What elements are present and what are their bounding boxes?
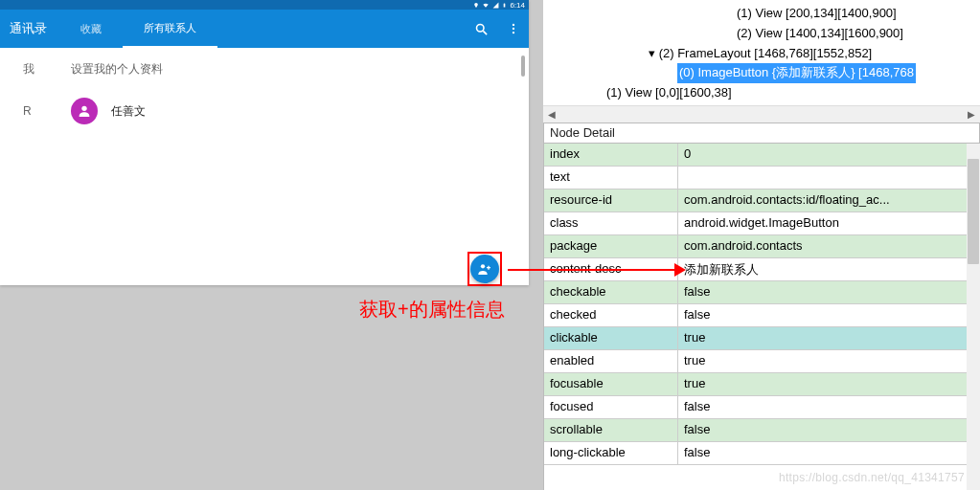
tab-all-contacts[interactable]: 所有联系人 [123, 10, 217, 48]
profile-row[interactable]: 我 设置我的个人资料 [0, 48, 529, 90]
annotation-caption: 获取+的属性信息 [359, 297, 505, 323]
property-value: true [678, 350, 980, 372]
property-value: false [678, 281, 980, 303]
tree-node-selected[interactable]: (0) ImageButton {添加新联系人} [1468,768 [545, 63, 978, 83]
tabs: 收藏 所有联系人 [59, 10, 217, 48]
property-key: class [544, 212, 678, 234]
app-bar: 通讯录 收藏 所有联系人 [0, 10, 529, 48]
scroll-left-icon[interactable]: ◀ [546, 109, 558, 121]
property-row[interactable]: text [544, 167, 980, 189]
property-key: clickable [544, 327, 678, 349]
tree-node[interactable]: (1) View [0,0][1600,38] [545, 83, 978, 103]
annotation-arrow-head [674, 263, 686, 277]
tree-node[interactable]: ▾ (2) FrameLayout [1468,768][1552,852] [545, 44, 978, 64]
status-bar: 6:14 [0, 0, 529, 10]
section-letter: R [23, 104, 71, 118]
svg-point-5 [81, 106, 86, 111]
detail-vertical-scrollbar[interactable] [967, 144, 980, 490]
profile-setup-label: 设置我的个人资料 [71, 61, 163, 78]
property-value: true [678, 373, 980, 395]
property-value: com.android.contacts [678, 235, 980, 257]
svg-point-6 [481, 264, 485, 268]
property-value: 0 [678, 144, 980, 166]
scrollbar[interactable] [521, 56, 525, 77]
status-time: 6:14 [510, 1, 525, 10]
property-key: focused [544, 396, 678, 418]
tree-horizontal-scrollbar[interactable]: ◀ ▶ [543, 105, 980, 122]
property-key: index [544, 144, 678, 166]
property-value [678, 167, 980, 189]
property-key: package [544, 235, 678, 257]
property-row[interactable]: clickabletrue [544, 327, 980, 350]
property-value: false [678, 442, 980, 464]
contact-name: 任善文 [111, 103, 146, 120]
property-row[interactable]: classandroid.widget.ImageButton [544, 212, 980, 235]
watermark: https://blog.csdn.net/qq_41341757 [779, 471, 965, 484]
property-value: android.widget.ImageButton [678, 212, 980, 234]
property-value: false [678, 396, 980, 418]
property-row[interactable]: focusabletrue [544, 373, 980, 396]
scroll-right-icon[interactable]: ▶ [966, 109, 977, 121]
search-icon[interactable] [473, 21, 489, 36]
property-row[interactable]: focusedfalse [544, 396, 980, 419]
battery-icon [502, 2, 507, 9]
svg-line-1 [483, 31, 487, 34]
property-key: scrollable [544, 419, 678, 441]
wifi-icon [482, 2, 490, 9]
property-row[interactable]: resource-idcom.android.contacts:id/float… [544, 189, 980, 212]
tab-favorites[interactable]: 收藏 [59, 10, 123, 48]
contact-row[interactable]: R 任善文 [0, 90, 529, 132]
ui-tree[interactable]: (1) View [200,134][1400,900] (2) View [1… [543, 0, 980, 105]
property-key: focusable [544, 373, 678, 395]
property-key: text [544, 167, 678, 189]
property-value: false [678, 304, 980, 326]
property-key: checked [544, 304, 678, 326]
node-detail-header: Node Detail [543, 122, 980, 144]
svg-point-0 [476, 24, 484, 32]
device-pane: 6:14 通讯录 收藏 所有联系人 我 [0, 0, 543, 490]
section-letter: 我 [23, 61, 71, 78]
tree-node[interactable]: (1) View [200,134][1400,900] [545, 4, 978, 24]
property-key: enabled [544, 350, 678, 372]
fab-highlight-box [467, 252, 502, 286]
inspector-pane: (1) View [200,134][1400,900] (2) View [1… [543, 0, 980, 490]
property-value: 添加新联系人 [678, 258, 980, 280]
property-row[interactable]: packagecom.android.contacts [544, 235, 980, 258]
app-title: 通讯录 [0, 20, 59, 37]
tree-node[interactable]: (2) View [1400,134][1600,900] [545, 24, 978, 44]
property-row[interactable]: scrollablefalse [544, 419, 980, 442]
contacts-list: 我 设置我的个人资料 R 任善文 [0, 48, 529, 132]
svg-point-3 [513, 28, 514, 30]
avatar [71, 98, 98, 124]
property-value: true [678, 327, 980, 349]
property-row[interactable]: index0 [544, 144, 980, 167]
property-value: com.android.contacts:id/floating_ac... [678, 189, 980, 212]
property-row[interactable]: checkedfalse [544, 304, 980, 327]
signal-icon [492, 2, 499, 9]
phone-screen: 6:14 通讯录 收藏 所有联系人 我 [0, 0, 529, 285]
location-icon [473, 2, 479, 9]
property-row[interactable]: checkablefalse [544, 281, 980, 304]
node-detail-table: index0textresource-idcom.android.contact… [543, 144, 980, 490]
svg-point-4 [513, 32, 514, 33]
property-key: long-clickable [544, 442, 678, 464]
property-row[interactable]: long-clickablefalse [544, 442, 980, 465]
annotation-arrow [508, 269, 680, 271]
property-value: false [678, 419, 980, 441]
overflow-menu-icon[interactable] [506, 21, 521, 36]
property-key: resource-id [544, 189, 678, 212]
property-row[interactable]: enabledtrue [544, 350, 980, 373]
property-key: checkable [544, 281, 678, 303]
svg-point-2 [513, 24, 514, 26]
add-contact-fab[interactable] [470, 255, 499, 283]
